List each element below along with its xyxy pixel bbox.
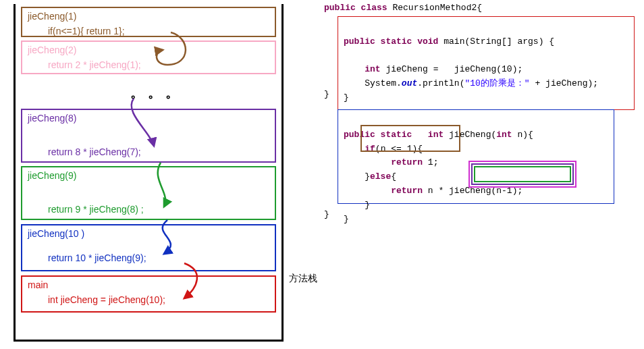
- stack-frame-8: jieCheng(8) return 8 * jieCheng(7);: [21, 109, 276, 163]
- highlight-base-case: [360, 125, 460, 152]
- stack-frame-2: jieCheng(2) return 2 * jieCheng(1);: [21, 41, 276, 74]
- code-main-box: public static void main(String[] args) {…: [338, 16, 635, 110]
- frame-body: return 8 * jieCheng(7);: [28, 146, 269, 157]
- stack-frame-main: main int jieCheng = jieCheng(10);: [21, 275, 276, 313]
- frame-body: int jieCheng = jieCheng(10);: [28, 294, 269, 305]
- frame-title: jieCheng(10 ): [28, 228, 269, 239]
- frame-title: jieCheng(9): [28, 170, 269, 181]
- out-field: out: [402, 78, 417, 88]
- code-close-brace-1: }: [324, 89, 329, 99]
- stack-frame-1: jieCheng(1) if(n<=1){ return 1};: [21, 7, 276, 37]
- code-class-decl: public class RecursionMethod2{: [324, 3, 482, 13]
- frame-body: return 10 * jieCheng(9);: [28, 252, 269, 263]
- frame-body: if(n<=1){ return 1};: [28, 26, 269, 36]
- highlight-recursive-call-inner: [474, 166, 571, 182]
- println-string: "10的阶乘是：": [464, 78, 529, 88]
- call-stack-panel: jieCheng(1) if(n<=1){ return 1}; jieChen…: [14, 4, 284, 342]
- code-close-brace-2: }: [324, 209, 329, 219]
- frame-body: return 2 * jieCheng(1);: [28, 59, 269, 70]
- frame-title: jieCheng(1): [28, 11, 269, 22]
- frame-title: jieCheng(2): [28, 45, 269, 55]
- code-method-box: public static int jieCheng(int n){ if(n …: [338, 109, 614, 204]
- frame-title: main: [28, 279, 269, 290]
- stack-label: 方法栈: [289, 273, 317, 285]
- stack-ellipsis: 。。。: [130, 84, 183, 102]
- frame-title: jieCheng(8): [28, 113, 269, 124]
- stack-frame-10: jieCheng(10 ) return 10 * jieCheng(9);: [21, 224, 276, 271]
- stack-frame-9: jieCheng(9) return 9 * jieCheng(8) ;: [21, 166, 276, 220]
- frame-body: return 9 * jieCheng(8) ;: [28, 204, 269, 215]
